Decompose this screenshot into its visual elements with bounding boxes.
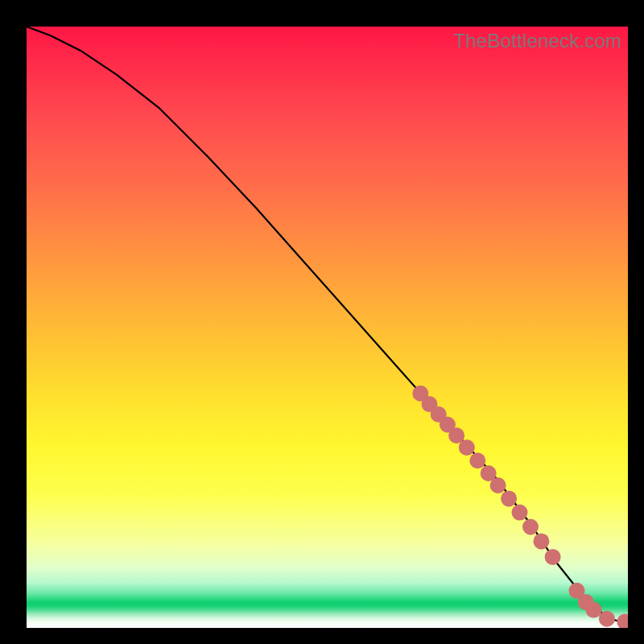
data-marker (522, 519, 539, 535)
marker-group (412, 386, 628, 628)
data-marker (459, 440, 475, 456)
data-marker (490, 477, 506, 493)
data-marker (545, 549, 561, 565)
plot-area: TheBottleneck.com (27, 27, 628, 628)
data-marker (585, 602, 601, 618)
curve-line (27, 27, 628, 622)
data-marker (501, 490, 517, 506)
chart-frame: TheBottleneck.com (0, 0, 644, 644)
watermark-text: TheBottleneck.com (453, 30, 621, 52)
chart-svg (27, 27, 628, 628)
data-marker (512, 505, 528, 521)
data-marker (469, 452, 485, 469)
data-marker (617, 614, 628, 629)
data-marker (599, 611, 615, 627)
data-marker (533, 533, 549, 549)
